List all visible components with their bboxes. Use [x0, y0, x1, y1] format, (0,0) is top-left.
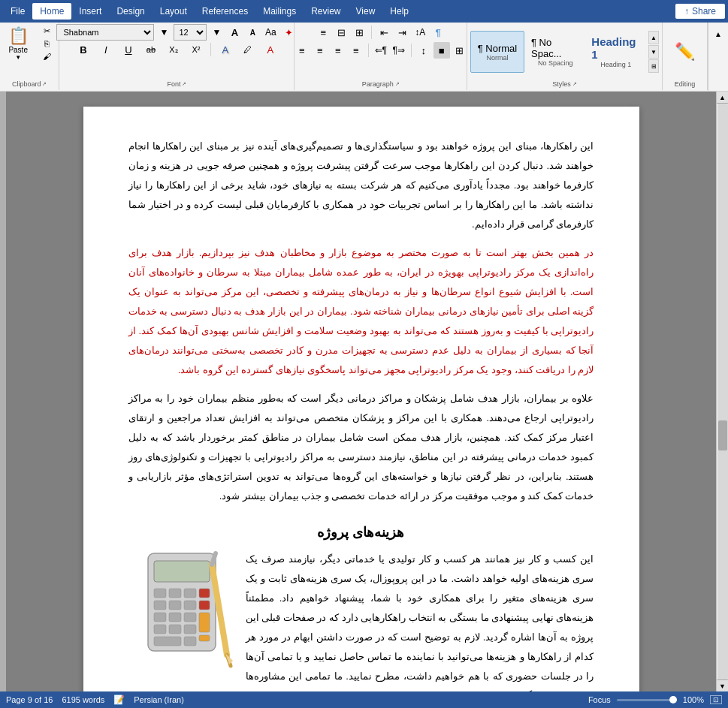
text-highlight-button[interactable]: 🖊: [237, 42, 258, 57]
styles-scroll-down[interactable]: ▼: [648, 45, 659, 59]
clipboard-expand-icon[interactable]: ↗: [42, 81, 47, 87]
styles-expand-icon[interactable]: ↗: [572, 81, 577, 87]
paragraph-expand-icon[interactable]: ↗: [395, 81, 400, 87]
rtl-button[interactable]: ⇐¶: [373, 42, 389, 59]
paste-button[interactable]: 📋 Paste ▼: [2, 24, 35, 63]
svg-rect-18: [184, 637, 196, 646]
menu-design[interactable]: Design: [109, 3, 152, 20]
font-group: Shabnam ▼ 12 ▼ A A Aa ✦ B I U ab X₂ X²: [59, 23, 295, 90]
bold-button[interactable]: B: [73, 42, 94, 57]
font-name-select[interactable]: Shabnam: [56, 24, 154, 41]
align-left-button[interactable]: ≡: [330, 42, 346, 59]
font-color-button[interactable]: A: [260, 42, 281, 57]
menu-help[interactable]: Help: [382, 3, 416, 20]
page-info[interactable]: Page 9 of 16: [6, 695, 53, 704]
text-effects-button[interactable]: A: [215, 42, 236, 57]
style-normal-preview: ¶ Normal: [478, 43, 518, 54]
underline-button[interactable]: U: [118, 42, 139, 57]
style-heading1-preview: Heading 1: [591, 35, 640, 61]
italic-button[interactable]: I: [95, 42, 116, 57]
style-no-spacing[interactable]: ¶ No Spac... No Spacing: [526, 31, 585, 73]
menu-view[interactable]: View: [349, 3, 383, 20]
paste-arrow: ▼: [15, 54, 21, 61]
menu-layout[interactable]: Layout: [153, 3, 195, 20]
show-marks-button[interactable]: ¶: [430, 24, 446, 41]
sort-button[interactable]: ↕A: [412, 24, 428, 41]
scroll-up-button[interactable]: ▲: [717, 92, 729, 104]
menu-review[interactable]: Review: [304, 3, 348, 20]
share-button[interactable]: ↑ Share: [675, 4, 725, 19]
cut-button[interactable]: ✂: [36, 25, 57, 37]
zoom-slider[interactable]: [617, 699, 677, 701]
svg-rect-2: [154, 589, 166, 598]
decrease-font-button[interactable]: A: [244, 24, 261, 41]
spell-check-icon[interactable]: 📝: [113, 694, 125, 705]
font-group-label: Font: [167, 80, 180, 88]
svg-rect-10: [154, 613, 166, 622]
decrease-indent-button[interactable]: ⇤: [376, 24, 392, 41]
collapse-ribbon-button[interactable]: ▲: [710, 26, 726, 42]
font-size-expand[interactable]: ▼: [208, 24, 225, 41]
menu-insert[interactable]: Insert: [71, 3, 109, 20]
menu-home[interactable]: Home: [32, 3, 71, 20]
menu-file[interactable]: File: [3, 3, 32, 20]
paragraph-label-row: Paragraph ↗: [298, 80, 464, 89]
styles-scroll-up[interactable]: ▲: [648, 31, 659, 44]
ribbon: 📋 Paste ▼ ✂ ⎘ 🖌 Clipboard ↗ Shabnam: [0, 23, 728, 92]
font-expand-icon[interactable]: ↗: [182, 81, 186, 87]
justify-button[interactable]: ≡: [348, 42, 364, 59]
shading-button[interactable]: ■: [433, 42, 450, 59]
increase-font-button[interactable]: A: [226, 24, 243, 41]
subscript-button[interactable]: X₂: [163, 42, 184, 57]
menu-references[interactable]: References: [195, 3, 255, 20]
paragraph-2: در همین بخش بهتر است تا به صورت مختصر به…: [128, 243, 594, 380]
paragraph-1: این راهکارها، مبنای این پروژه خواهند بود…: [128, 137, 594, 234]
increase-indent-button[interactable]: ⇥: [394, 24, 410, 41]
change-case-button[interactable]: Aa: [262, 24, 279, 41]
bullets-button[interactable]: ≡: [315, 24, 331, 41]
font-label-row: Font ↗: [62, 80, 291, 89]
style-normal[interactable]: ¶ Normal Normal: [470, 31, 524, 73]
font-name-expand[interactable]: ▼: [156, 24, 172, 41]
borders-button[interactable]: ⊞: [452, 42, 468, 59]
menu-mailings[interactable]: Mailings: [255, 3, 304, 20]
align-center-button[interactable]: ≡: [312, 42, 328, 59]
scroll-track[interactable]: [717, 104, 728, 679]
document-area[interactable]: این راهکارها، مبنای این پروژه خواهند بود…: [6, 92, 716, 691]
strikethrough-button[interactable]: ab: [140, 42, 162, 57]
focus-label[interactable]: Focus: [588, 695, 611, 704]
copy-button[interactable]: ⎘: [36, 38, 57, 50]
editing-label-row: Editing: [666, 80, 704, 89]
svg-rect-12: [184, 613, 196, 622]
language-info[interactable]: Persian (Iran): [134, 695, 184, 704]
style-heading1[interactable]: Heading 1 Heading 1: [586, 31, 645, 73]
svg-rect-19: [199, 635, 210, 641]
svg-rect-13: [199, 613, 210, 632]
zoom-percent[interactable]: 100%: [683, 695, 704, 704]
document-container: این راهکارها، مبنای این پروژه خواهند بود…: [0, 92, 728, 691]
styles-expand[interactable]: ⊞: [648, 59, 659, 73]
svg-rect-17: [154, 637, 181, 646]
numbering-button[interactable]: ⊟: [333, 24, 349, 41]
align-right-button[interactable]: ≡: [294, 42, 310, 59]
multilevel-button[interactable]: ⊞: [351, 24, 367, 41]
svg-rect-4: [184, 589, 196, 598]
superscript-button[interactable]: X²: [186, 42, 207, 57]
styles-group-label: Styles: [552, 80, 571, 88]
svg-rect-3: [169, 589, 181, 598]
svg-rect-9: [199, 601, 210, 610]
scroll-thumb[interactable]: [718, 420, 727, 450]
svg-rect-8: [184, 601, 196, 610]
ltr-button[interactable]: ¶⇒: [391, 42, 407, 59]
format-painter-button[interactable]: 🖌: [36, 50, 57, 62]
status-bar: Page 9 of 16 6195 words 📝 Persian (Iran)…: [0, 691, 728, 708]
scroll-down-button[interactable]: ▼: [717, 679, 729, 691]
line-spacing-button[interactable]: ↕: [415, 42, 432, 59]
svg-rect-11: [169, 613, 181, 622]
word-count[interactable]: 6195 words: [62, 695, 104, 704]
vertical-scrollbar[interactable]: ▲ ▼: [716, 92, 728, 691]
styles-group: ¶ Normal Normal ¶ No Spac... No Spacing …: [467, 23, 663, 90]
fit-page-button[interactable]: ⊡: [710, 695, 722, 704]
font-size-select[interactable]: 12: [174, 24, 207, 41]
zoom-thumb[interactable]: [669, 696, 677, 703]
